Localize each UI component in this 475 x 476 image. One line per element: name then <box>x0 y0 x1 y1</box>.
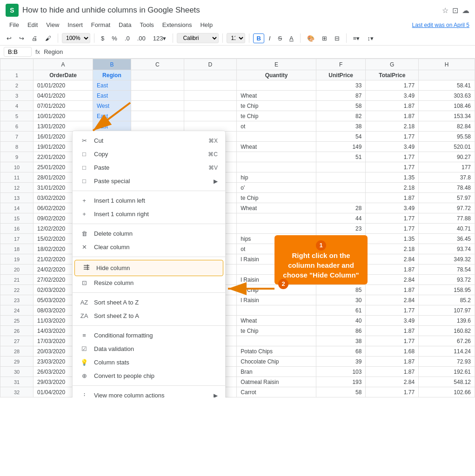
cell-f[interactable]: 103 <box>316 367 366 377</box>
cell-g[interactable]: 1.87 <box>366 326 419 336</box>
cell-h[interactable]: 303.63 <box>419 91 475 101</box>
menu-data[interactable]: Data <box>115 20 135 30</box>
font-size-selector[interactable]: 11 <box>227 33 245 43</box>
cell-f[interactable]: 44 <box>316 213 366 224</box>
more-formats-button[interactable]: 123▾ <box>150 33 169 43</box>
more-options-button[interactable]: ↕▾ <box>364 33 376 43</box>
cell-reference[interactable]: B:B <box>4 47 32 57</box>
cell-e[interactable] <box>237 152 316 162</box>
cell-h[interactable]: 77.88 <box>419 213 475 224</box>
cell-h[interactable]: 108.46 <box>419 101 475 111</box>
cell-g[interactable]: 3.49 <box>366 316 419 326</box>
cell-g[interactable]: 3.49 <box>366 142 419 152</box>
cell-e[interactable]: Bran <box>237 367 316 377</box>
cell-e[interactable] <box>237 132 316 142</box>
cell-f[interactable]: 68 <box>316 346 366 357</box>
cell-f[interactable] <box>316 193 366 203</box>
cell-h[interactable]: 158.95 <box>419 285 475 295</box>
cell-f[interactable]: 87 <box>316 91 366 101</box>
context-menu-item[interactable]: ZA Sort sheet Z to A <box>73 309 225 323</box>
context-menu-item[interactable]: ⊕ Convert to people chip <box>73 369 225 383</box>
cell-h[interactable]: 177 <box>419 162 475 172</box>
cell-h[interactable]: 78.48 <box>419 183 475 193</box>
star-icon[interactable]: ☆ <box>442 6 448 15</box>
cell-g[interactable]: 1.87 <box>366 111 419 121</box>
cell-f[interactable]: 149 <box>316 142 366 152</box>
cell-f[interactable] <box>316 162 366 172</box>
cell-g[interactable]: 1.77 <box>366 336 419 346</box>
cell-e[interactable]: Carrot <box>237 387 316 397</box>
cell-h[interactable]: 107.97 <box>419 305 475 316</box>
cell-e[interactable]: te Chip <box>237 101 316 111</box>
merge-button[interactable]: ⊟ <box>332 33 342 43</box>
menu-format[interactable]: Format <box>87 20 114 30</box>
context-menu-item[interactable]: + Insert 1 column left <box>73 194 225 207</box>
cell-c[interactable] <box>131 80 184 91</box>
context-menu-item[interactable]: ✂ Cut ⌘X <box>73 134 225 147</box>
cell-f[interactable]: 38 <box>316 336 366 346</box>
cell-f[interactable]: 28 <box>316 203 366 213</box>
cell-g[interactable]: 2.18 <box>366 183 419 193</box>
cell-d[interactable] <box>184 80 237 91</box>
cell-h[interactable]: 192.61 <box>419 367 475 377</box>
redo-button[interactable]: ↪ <box>16 33 27 43</box>
menu-edit[interactable]: Edit <box>24 20 41 30</box>
cell-h[interactable]: 102.66 <box>419 387 475 397</box>
cell-g[interactable]: 1.77 <box>366 224 419 234</box>
cell-h[interactable]: 153.34 <box>419 111 475 121</box>
cell-g[interactable]: 1.68 <box>366 346 419 357</box>
cell-f[interactable] <box>316 183 366 193</box>
bold-button[interactable]: B <box>253 33 264 43</box>
cell-e[interactable] <box>237 305 316 316</box>
cell-e[interactable]: Chocolate Chip <box>237 357 316 367</box>
cell-g[interactable]: 1.77 <box>366 213 419 224</box>
cell-e[interactable]: l Raisin <box>237 295 316 305</box>
underline-button[interactable]: A <box>287 33 296 43</box>
cell-e[interactable]: te Chip <box>237 193 316 203</box>
menu-tools[interactable]: Tools <box>136 20 157 30</box>
cell-e[interactable]: Potato Chips <box>237 346 316 357</box>
cell-h[interactable]: 85.2 <box>419 295 475 305</box>
cell-b[interactable]: East <box>93 80 131 91</box>
cell-h[interactable]: 90.27 <box>419 152 475 162</box>
cell-a[interactable]: 13/01/2020 <box>33 121 93 132</box>
cell-g[interactable]: 3.49 <box>366 91 419 101</box>
cell-f[interactable]: 51 <box>316 152 366 162</box>
cell-h[interactable]: 95.58 <box>419 132 475 142</box>
cell-e[interactable]: te Chip <box>237 111 316 121</box>
cell-a[interactable]: 01/01/2020 <box>33 80 93 91</box>
cell-f[interactable]: 58 <box>316 387 366 397</box>
cell-e[interactable] <box>237 336 316 346</box>
cell-e[interactable]: te Chip <box>237 326 316 336</box>
cell-e[interactable] <box>237 80 316 91</box>
cell-b[interactable]: East <box>93 91 131 101</box>
cell-d[interactable] <box>184 111 237 121</box>
cell-f[interactable]: 85 <box>316 285 366 295</box>
cell-g[interactable]: 2.84 <box>366 275 419 285</box>
cell-h[interactable]: 160.82 <box>419 326 475 336</box>
cell-b[interactable]: West <box>93 101 131 111</box>
borders-button[interactable]: ⊞ <box>319 33 330 43</box>
cell-h[interactable]: 78.54 <box>419 264 475 275</box>
fill-color-button[interactable]: 🎨 <box>304 33 317 43</box>
cell-g[interactable]: 2.84 <box>366 254 419 264</box>
cell-a[interactable]: 07/01/2020 <box>33 101 93 111</box>
cell-h[interactable]: 72.93 <box>419 357 475 367</box>
cell-g[interactable]: 1.87 <box>366 357 419 367</box>
cloud-icon[interactable]: ☁ <box>462 6 469 15</box>
cell-f[interactable]: 58 <box>316 101 366 111</box>
cell-f[interactable]: 39 <box>316 357 366 367</box>
cell-e[interactable] <box>237 224 316 234</box>
col-header-b[interactable]: B <box>93 59 131 70</box>
cell-d[interactable] <box>184 121 237 132</box>
cell-a[interactable]: 10/01/2020 <box>33 111 93 121</box>
cell-g[interactable]: 1.35 <box>366 172 419 183</box>
menu-file[interactable]: File <box>6 20 23 30</box>
cell-g[interactable]: 1.77 <box>366 387 419 397</box>
cell-g[interactable]: 1.77 <box>366 305 419 316</box>
cell-d[interactable] <box>184 101 237 111</box>
cell-h[interactable]: 58.41 <box>419 80 475 91</box>
col-header-c[interactable]: C <box>131 59 184 70</box>
cell-f[interactable]: 23 <box>316 224 366 234</box>
cell-c[interactable] <box>131 101 184 111</box>
